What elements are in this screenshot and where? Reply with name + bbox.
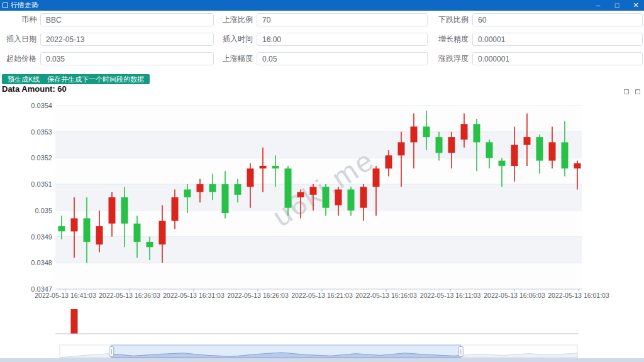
candle-body: [285, 168, 292, 208]
candle-body: [197, 184, 204, 192]
candle-body: [574, 163, 581, 168]
toolbox-restore-icon[interactable]: [623, 87, 630, 94]
svg-text:2022-05-13 16:16:03: 2022-05-13 16:16:03: [355, 292, 417, 299]
candle-body: [423, 126, 430, 137]
svg-text:2022-05-13 16:01:03: 2022-05-13 16:01:03: [548, 292, 609, 299]
candle-body: [386, 155, 392, 168]
candle-body: [58, 226, 65, 231]
field-input-rise-amplitude[interactable]: [257, 52, 428, 65]
candle-body: [147, 242, 153, 247]
candle-body: [184, 190, 191, 198]
titlebar: 行情走势 – □ ✕: [0, 0, 644, 11]
candle-body: [448, 137, 455, 153]
field-input-fall-ratio[interactable]: [472, 13, 643, 26]
candle-body: [96, 226, 103, 244]
datazoom-slider[interactable]: [0, 343, 644, 359]
field-input-insert-time[interactable]: [257, 33, 428, 46]
candle-body: [235, 184, 242, 195]
field-label-fall-ratio: 下跌比例: [412, 13, 469, 26]
candle-body: [486, 142, 493, 158]
candle-body: [323, 187, 330, 207]
candle-body: [499, 161, 506, 166]
pregenerate-kline-button[interactable]: 预生成K线: [2, 74, 45, 84]
svg-text:0.0353: 0.0353: [31, 128, 52, 136]
svg-text:0.0348: 0.0348: [31, 259, 52, 266]
field-label-growth-precision: 增长精度: [412, 33, 469, 46]
volume-bar: [71, 309, 78, 334]
candle-body: [549, 142, 556, 160]
field-label-insert-date: 插入日期: [0, 33, 36, 46]
candle-body: [247, 168, 254, 187]
app-icon: [3, 3, 8, 8]
candle-body: [348, 190, 355, 211]
candle-body: [524, 137, 531, 145]
field-input-start-price[interactable]: [40, 52, 214, 65]
candle-body: [134, 224, 141, 242]
svg-text:0.0354: 0.0354: [31, 102, 52, 109]
field-input-fluctuation[interactable]: [472, 52, 643, 65]
candle-body: [272, 166, 279, 168]
close-button[interactable]: ✕: [631, 0, 640, 11]
minimize-button[interactable]: –: [594, 0, 602, 11]
svg-text:2022-05-13 16:31:03: 2022-05-13 16:31:03: [163, 292, 225, 299]
svg-text:2022-05-13 16:36:03: 2022-05-13 16:36:03: [99, 292, 160, 299]
candle-body: [474, 124, 480, 142]
candle-body: [373, 168, 380, 187]
candle-body: [71, 218, 78, 231]
field-label-start-price: 起始价格: [0, 52, 36, 65]
field-label-rise-amplitude: 上涨幅度: [196, 52, 253, 65]
candle-body: [159, 221, 166, 245]
bottom-scroll-strip: [0, 358, 644, 362]
field-label-insert-time: 插入时间: [196, 33, 253, 46]
candle-body: [172, 197, 179, 221]
svg-text:0.0352: 0.0352: [31, 154, 52, 162]
svg-text:0.0349: 0.0349: [31, 233, 52, 241]
field-input-growth-precision[interactable]: [472, 33, 643, 46]
candle-body: [209, 184, 216, 192]
candle-body: [360, 187, 367, 207]
svg-text:2022-05-13 16:06:03: 2022-05-13 16:06:03: [484, 292, 545, 299]
svg-text:2022-05-13 16:11:03: 2022-05-13 16:11:03: [420, 292, 481, 299]
window-controls: – □ ✕: [594, 0, 640, 11]
candle-body: [411, 126, 418, 142]
field-label-currency: 币种: [0, 13, 36, 26]
candle-body: [461, 124, 468, 140]
candle-body: [222, 184, 229, 213]
candle-body: [536, 137, 543, 161]
data-amount-label: Data Amount: 60: [2, 84, 67, 94]
candle-body: [109, 197, 116, 224]
field-label-fluctuation: 涨跌浮度: [412, 52, 469, 65]
candle-body: [260, 166, 267, 168]
field-label-rise-ratio: 上涨比例: [196, 13, 253, 26]
candle-body: [121, 197, 128, 224]
candle-body: [562, 142, 569, 168]
maximize-button[interactable]: □: [613, 0, 621, 11]
candle-body: [297, 192, 304, 197]
candle-body: [511, 145, 518, 166]
save-generate-next-button[interactable]: 保存并生成下一个时间段的数据: [42, 74, 150, 84]
svg-text:0.035: 0.035: [35, 207, 52, 214]
candlestick-chart: 0.03540.03530.03520.03510.0350.03490.034…: [0, 97, 644, 339]
candle-body: [398, 142, 405, 155]
candle-body: [310, 187, 317, 195]
window-title: 行情走势: [11, 1, 38, 10]
candle-body: [436, 137, 443, 153]
field-input-rise-ratio[interactable]: [257, 13, 428, 26]
field-input-currency[interactable]: [40, 13, 214, 26]
svg-text:0.0351: 0.0351: [31, 180, 52, 188]
svg-text:2022-05-13 16:21:03: 2022-05-13 16:21:03: [291, 292, 353, 299]
candle-body: [335, 190, 342, 206]
svg-text:2022-05-13 16:41:03: 2022-05-13 16:41:03: [35, 292, 96, 299]
toolbox-save-as-image-icon[interactable]: [634, 87, 641, 94]
field-input-insert-date[interactable]: [40, 33, 214, 46]
svg-text:2022-05-13 16:26:03: 2022-05-13 16:26:03: [227, 292, 289, 299]
candle-body: [84, 218, 91, 242]
